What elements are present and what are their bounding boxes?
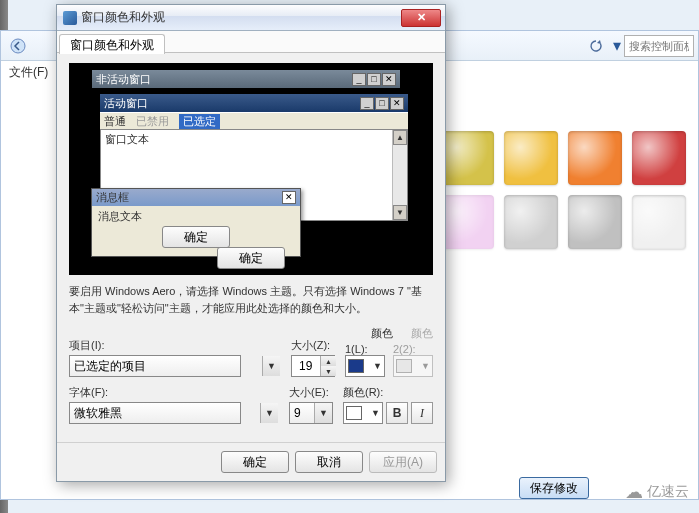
spin-up-icon[interactable]: ▲ bbox=[321, 356, 336, 366]
cloud-icon: ☁ bbox=[625, 481, 643, 503]
scroll-down-icon: ▼ bbox=[393, 205, 407, 220]
watermark-text: 亿速云 bbox=[647, 483, 689, 501]
dialog-buttons: 确定 取消 应用(A) bbox=[57, 442, 445, 481]
color2-swatch bbox=[396, 359, 412, 373]
swatch-gold[interactable] bbox=[504, 131, 558, 185]
max-icon: □ bbox=[375, 97, 389, 110]
preview-menubar: 普通 已禁用 已选定 bbox=[100, 112, 408, 129]
dialog-title: 窗口颜色和外观 bbox=[81, 9, 401, 26]
close-icon: ✕ bbox=[390, 97, 404, 110]
close-button[interactable]: ✕ bbox=[401, 9, 441, 27]
active-window-title: 活动窗口 bbox=[104, 96, 148, 111]
font-size-label: 大小(E): bbox=[289, 385, 333, 400]
preview-active-window: 活动窗口 _ □ ✕ 普通 已禁用 已选定 窗口文本 ▲ ▼ bbox=[99, 93, 409, 222]
refresh-icon bbox=[589, 39, 603, 53]
size-label: 大小(Z): bbox=[291, 338, 335, 353]
menu-file[interactable]: 文件(F) bbox=[9, 64, 48, 81]
color-header-2: 颜色 bbox=[411, 326, 433, 341]
item-select[interactable]: 已选定的项目 ▼ bbox=[69, 355, 281, 377]
inactive-window-title: 非活动窗口 bbox=[96, 72, 151, 87]
font-row: 字体(F): 微软雅黑 ▼ 大小(E): 9 ▼ 颜色(R): ▼ bbox=[69, 385, 433, 424]
color-swatches bbox=[440, 131, 686, 249]
color2-label: 2(2): bbox=[393, 343, 433, 355]
spin-down-icon[interactable]: ▼ bbox=[321, 366, 336, 376]
msgbox-text: 消息文本 bbox=[98, 209, 294, 224]
ok-button[interactable]: 确定 bbox=[221, 451, 289, 473]
color1-swatch bbox=[348, 359, 364, 373]
min-icon: _ bbox=[352, 73, 366, 86]
chevron-down-icon: ▼ bbox=[262, 356, 280, 376]
info-text: 要启用 Windows Aero，请选择 Windows 主题。只有选择 Win… bbox=[69, 283, 433, 316]
close-icon: ✕ bbox=[382, 73, 396, 86]
font-color-label: 颜色(R): bbox=[343, 385, 433, 400]
chevron-down-icon: ▼ bbox=[371, 408, 380, 418]
font-label: 字体(F): bbox=[69, 385, 279, 400]
back-arrow-icon bbox=[10, 38, 26, 54]
font-color-swatch bbox=[346, 406, 362, 420]
item-row: 项目(I): 已选定的项目 ▼ 大小(Z): ▲▼ 颜色 颜色 bbox=[69, 326, 433, 377]
menu-disabled: 已禁用 bbox=[136, 114, 169, 129]
item-label: 项目(I): bbox=[69, 338, 281, 353]
color-header: 颜色 bbox=[371, 326, 393, 341]
scroll-up-icon: ▲ bbox=[393, 130, 407, 145]
save-changes-button[interactable]: 保存修改 bbox=[519, 477, 589, 499]
back-button[interactable] bbox=[5, 34, 31, 58]
swatch-pink[interactable] bbox=[440, 195, 494, 249]
swatch-orange[interactable] bbox=[568, 131, 622, 185]
preview-ok-button: 确定 bbox=[217, 247, 285, 269]
swatch-violet[interactable] bbox=[504, 195, 558, 249]
menu-selected: 已选定 bbox=[179, 114, 220, 129]
cancel-button[interactable]: 取消 bbox=[295, 451, 363, 473]
swatch-gray[interactable] bbox=[568, 195, 622, 249]
color1-button[interactable]: ▼ bbox=[345, 355, 385, 377]
msgbox-close-icon: ✕ bbox=[282, 191, 296, 204]
swatch-white[interactable] bbox=[632, 195, 686, 249]
tab-strip: 窗口颜色和外观 bbox=[57, 31, 445, 53]
refresh-button[interactable] bbox=[586, 36, 606, 56]
dropdown-icon[interactable]: ▾ bbox=[610, 36, 624, 55]
svg-point-0 bbox=[11, 39, 25, 53]
bold-button[interactable]: B bbox=[386, 402, 408, 424]
menu-normal: 普通 bbox=[104, 114, 126, 129]
chevron-down-icon: ▼ bbox=[373, 361, 382, 371]
swatch-olive[interactable] bbox=[440, 131, 494, 185]
chevron-down-icon: ▼ bbox=[260, 403, 278, 423]
scrollbar: ▲ ▼ bbox=[392, 130, 407, 220]
font-select[interactable]: 微软雅黑 ▼ bbox=[69, 402, 279, 424]
tab-appearance[interactable]: 窗口颜色和外观 bbox=[59, 34, 165, 54]
app-icon bbox=[63, 11, 77, 25]
chevron-down-icon: ▼ bbox=[421, 361, 430, 371]
size-spinner[interactable]: ▲▼ bbox=[291, 355, 335, 377]
font-color-button[interactable]: ▼ bbox=[343, 402, 383, 424]
watermark: ☁ 亿速云 bbox=[625, 481, 689, 503]
swatch-red[interactable] bbox=[632, 131, 686, 185]
preview-inactive-window: 非活动窗口 _ □ ✕ bbox=[91, 69, 401, 89]
window-text: 窗口文本 bbox=[105, 133, 149, 145]
preview-content: 窗口文本 ▲ ▼ 消息框 ✕ 消息文本 确定 bbox=[100, 129, 408, 221]
size-input[interactable] bbox=[296, 359, 320, 373]
preview-area: 非活动窗口 _ □ ✕ 活动窗口 _ □ ✕ bbox=[69, 63, 433, 275]
search-input[interactable] bbox=[624, 35, 694, 57]
apply-button: 应用(A) bbox=[369, 451, 437, 473]
color2-button: ▼ bbox=[393, 355, 433, 377]
min-icon: _ bbox=[360, 97, 374, 110]
color1-label: 1(L): bbox=[345, 343, 385, 355]
appearance-dialog: 窗口颜色和外观 ✕ 窗口颜色和外观 非活动窗口 _ □ ✕ 活动窗口 bbox=[56, 4, 446, 482]
font-size-select[interactable]: 9 ▼ bbox=[289, 402, 333, 424]
titlebar[interactable]: 窗口颜色和外观 ✕ bbox=[57, 5, 445, 31]
msgbox-title: 消息框 bbox=[96, 190, 129, 205]
msgbox-ok-button: 确定 bbox=[162, 226, 230, 248]
max-icon: □ bbox=[367, 73, 381, 86]
italic-button[interactable]: I bbox=[411, 402, 433, 424]
